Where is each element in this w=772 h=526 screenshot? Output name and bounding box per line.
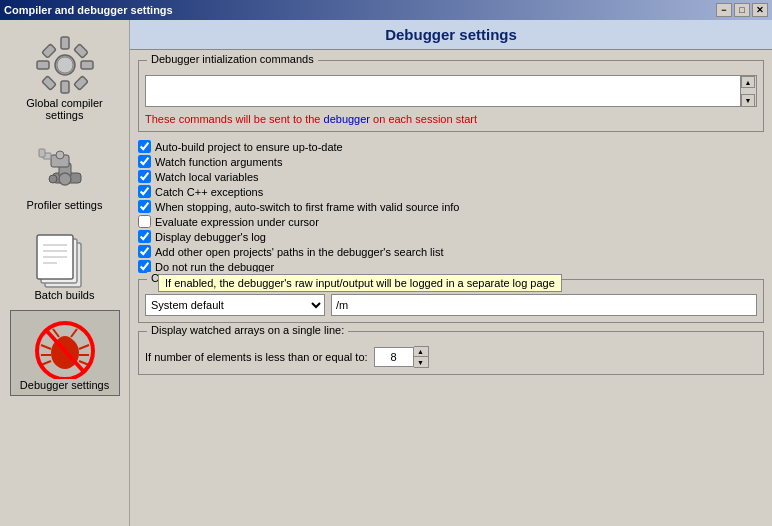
- checkbox-catch-cpp: Catch C++ exceptions: [138, 185, 764, 198]
- checkbox-display-log: Display debugger's log: [138, 230, 764, 243]
- checkbox-watch-args: Watch function arguments: [138, 155, 764, 168]
- sidebar-item-profiler[interactable]: Profiler settings: [10, 130, 120, 216]
- svg-rect-4: [81, 61, 93, 69]
- svg-rect-2: [61, 81, 69, 93]
- checkbox-catch-cpp-input[interactable]: [138, 185, 151, 198]
- array-spinner-input[interactable]: 8: [374, 347, 414, 367]
- spinner-down-button[interactable]: ▼: [414, 357, 428, 367]
- main-container: Global compiler settings Profiler settin…: [0, 20, 772, 526]
- init-commands-label: Debugger intialization commands: [147, 53, 318, 65]
- checkbox-watch-locals-label: Watch local variables: [155, 171, 259, 183]
- page-title: Debugger settings: [130, 20, 772, 50]
- svg-rect-5: [41, 44, 55, 58]
- tooltip-text: If enabled, the debugger's raw input/out…: [165, 277, 555, 289]
- disasm-row: System default: [145, 294, 757, 316]
- close-button[interactable]: ✕: [752, 3, 768, 17]
- svg-rect-8: [73, 76, 87, 90]
- checkbox-catch-cpp-label: Catch C++ exceptions: [155, 186, 263, 198]
- checkbox-watch-args-input[interactable]: [138, 155, 151, 168]
- svg-rect-6: [73, 44, 87, 58]
- checkbox-auto-switch-input[interactable]: [138, 200, 151, 213]
- checkbox-add-paths: Add other open projects' paths in the de…: [138, 245, 764, 258]
- svg-point-13: [56, 151, 64, 159]
- svg-line-32: [79, 345, 89, 349]
- hint-text: These commands will be sent to the debug…: [145, 113, 757, 125]
- array-row: If number of elements is less than or eq…: [145, 346, 757, 368]
- sidebar-item-debugger[interactable]: Debugger settings: [10, 310, 120, 396]
- svg-point-17: [49, 175, 57, 183]
- scroll-up-arrow[interactable]: ▲: [741, 76, 755, 88]
- gear-icon: [33, 33, 97, 97]
- checkbox-add-paths-label: Add other open projects' paths in the de…: [155, 246, 444, 258]
- disasm-extra-input[interactable]: [331, 294, 757, 316]
- checkbox-add-paths-input[interactable]: [138, 245, 151, 258]
- svg-rect-3: [37, 61, 49, 69]
- debugger-icon: [33, 315, 97, 379]
- svg-line-28: [71, 329, 77, 337]
- checkbox-eval-expr-input[interactable]: [138, 215, 151, 228]
- svg-rect-7: [41, 76, 55, 90]
- init-scrollbar: ▲ ▼: [741, 75, 757, 107]
- checkbox-auto-switch-label: When stopping, auto-switch to first fram…: [155, 201, 459, 213]
- content-area: Debugger settings Debugger intialization…: [130, 20, 772, 526]
- spinner-buttons: ▲ ▼: [414, 346, 429, 368]
- checkboxes-container: Auto-build project to ensure up-to-date …: [138, 140, 764, 273]
- svg-line-29: [41, 345, 51, 349]
- checkbox-autobuild-label: Auto-build project to ensure up-to-date: [155, 141, 343, 153]
- minimize-button[interactable]: −: [716, 3, 732, 17]
- svg-rect-15: [39, 149, 45, 157]
- checkbox-eval-expr: Evaluate expression under cursor: [138, 215, 764, 228]
- checkbox-display-log-input[interactable]: [138, 230, 151, 243]
- sidebar-item-global-compiler[interactable]: Global compiler settings: [10, 28, 120, 126]
- checkbox-watch-locals-input[interactable]: [138, 170, 151, 183]
- init-commands-textarea[interactable]: [145, 75, 741, 107]
- checkbox-display-log-label: Display debugger's log: [155, 231, 266, 243]
- spinner-up-button[interactable]: ▲: [414, 347, 428, 357]
- checkbox-autobuild: Auto-build project to ensure up-to-date: [138, 140, 764, 153]
- svg-line-27: [53, 329, 59, 337]
- checkbox-autobuild-input[interactable]: [138, 140, 151, 153]
- hint-text-content: These commands will be sent to the debug…: [145, 113, 477, 125]
- title-bar: Compiler and debugger settings − □ ✕: [0, 0, 772, 20]
- checkbox-eval-expr-label: Evaluate expression under cursor: [155, 216, 319, 228]
- svg-point-16: [59, 173, 71, 185]
- sidebar: Global compiler settings Profiler settin…: [0, 20, 130, 526]
- checkbox-do-not-run-label: Do not run the debugger: [155, 261, 274, 273]
- profiler-icon: [33, 135, 97, 199]
- disasm-select[interactable]: System default: [145, 294, 325, 316]
- window-controls: − □ ✕: [716, 3, 768, 17]
- checkbox-watch-locals: Watch local variables: [138, 170, 764, 183]
- window-title: Compiler and debugger settings: [4, 4, 173, 16]
- sidebar-label-profiler: Profiler settings: [27, 199, 103, 211]
- svg-point-9: [57, 57, 73, 73]
- batch-icon: [33, 225, 97, 289]
- array-group: Display watched arrays on a single line:…: [138, 331, 764, 375]
- maximize-button[interactable]: □: [734, 3, 750, 17]
- scroll-down-arrow[interactable]: ▼: [741, 94, 755, 106]
- checkbox-watch-args-label: Watch function arguments: [155, 156, 282, 168]
- sidebar-label-global-compiler: Global compiler settings: [15, 97, 115, 121]
- array-sublabel: If number of elements is less than or eq…: [145, 351, 368, 363]
- sidebar-item-batch-builds[interactable]: Batch builds: [10, 220, 120, 306]
- svg-rect-1: [61, 37, 69, 49]
- init-commands-group: Debugger intialization commands ▲ ▼ Thes…: [138, 60, 764, 132]
- sidebar-label-batch-builds: Batch builds: [35, 289, 95, 301]
- init-textarea-wrap: ▲ ▼: [145, 75, 757, 109]
- sidebar-label-debugger: Debugger settings: [20, 379, 109, 391]
- tooltip-popup: If enabled, the debugger's raw input/out…: [158, 274, 562, 292]
- checkbox-auto-switch: When stopping, auto-switch to first fram…: [138, 200, 764, 213]
- array-label: Display watched arrays on a single line:: [147, 324, 348, 336]
- spinner-wrap: 8 ▲ ▼: [374, 346, 429, 368]
